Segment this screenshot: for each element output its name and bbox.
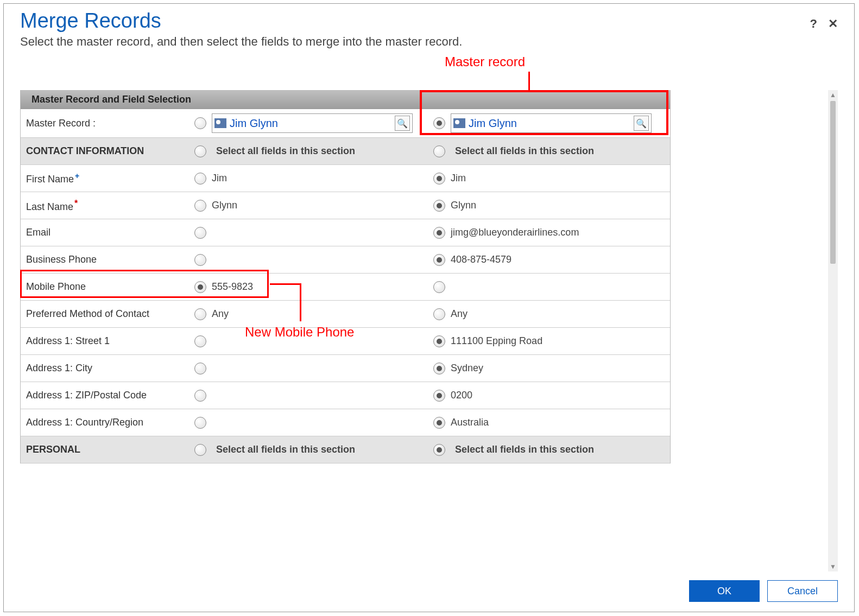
field-value-right: Any [428, 304, 667, 325]
close-icon[interactable]: ✕ [828, 17, 838, 31]
select-all-right-contact: Select all fields in this section [428, 141, 667, 162]
field-row: Mobile Phone555-9823 [21, 274, 670, 301]
field-radio-left[interactable] [194, 335, 206, 347]
ok-button[interactable]: OK [689, 580, 760, 602]
field-radio-left[interactable] [194, 417, 206, 429]
lookup-search-icon[interactable]: 🔍 [395, 116, 410, 131]
dialog-button-bar: OK Cancel [4, 571, 854, 612]
field-value-right: 408-875-4579 [428, 250, 667, 270]
field-label: Address 1: Country/Region [21, 412, 189, 433]
field-label: Mobile Phone [21, 277, 189, 297]
field-label: First Name+ [21, 167, 189, 189]
master-radio-right[interactable] [433, 117, 445, 129]
field-value-text: Glynn [451, 200, 476, 211]
annotation-master-record-label: Master record [445, 54, 525, 69]
field-label: Preferred Method of Contact [21, 304, 189, 324]
grid-scroll-area: Master Record and Field Selection Master… [20, 90, 838, 571]
master-record-right: Jim Glynn 🔍 [428, 109, 667, 137]
select-all-radio-right-personal[interactable] [433, 444, 445, 456]
field-radio-left[interactable] [194, 200, 206, 212]
vertical-scrollbar[interactable]: ▲ ▼ [828, 90, 838, 571]
lookup-left[interactable]: Jim Glynn 🔍 [212, 113, 413, 133]
field-radio-right[interactable] [433, 173, 445, 185]
field-label: Address 1: City [21, 358, 189, 378]
field-radio-right[interactable] [433, 308, 445, 320]
field-value-text: 555-9823 [212, 281, 253, 293]
field-row: Last Name*GlynnGlynn [21, 192, 670, 219]
select-all-radio-right-contact[interactable] [433, 145, 445, 157]
field-label: Address 1: ZIP/Postal Code [21, 385, 189, 405]
field-value-text: jimg@blueyonderairlines.com [451, 227, 579, 238]
field-row: Business Phone408-875-4579 [21, 246, 670, 274]
field-radio-right[interactable] [433, 417, 445, 429]
field-radio-left[interactable] [194, 173, 206, 185]
field-radio-left[interactable] [194, 390, 206, 402]
field-value-text: Any [212, 308, 229, 320]
section-contact-information: CONTACT INFORMATION Select all fields in… [21, 138, 670, 165]
merge-records-dialog: Merge Records ? ✕ Select the master reco… [3, 3, 855, 612]
dialog-header-icons: ? ✕ [810, 9, 838, 31]
field-value-right: Glynn [428, 195, 667, 216]
select-all-radio-left-contact[interactable] [194, 145, 206, 157]
field-value-left [189, 412, 428, 433]
field-value-text: 408-875-4579 [451, 254, 511, 265]
field-row: First Name+JimJim [21, 165, 670, 192]
field-radio-right[interactable] [433, 335, 445, 347]
field-radio-right[interactable] [433, 363, 445, 374]
field-row: Address 1: CitySydney [21, 355, 670, 382]
field-value-left [189, 223, 428, 243]
field-radio-left[interactable] [194, 227, 206, 239]
field-value-text: Jim [212, 173, 227, 184]
lookup-search-icon[interactable]: 🔍 [634, 116, 649, 131]
scrollbar-thumb[interactable] [830, 101, 836, 264]
select-all-label: Select all fields in this section [455, 444, 594, 455]
section-personal-label: PERSONAL [21, 440, 189, 460]
contact-entity-icon [453, 118, 465, 128]
field-radio-left[interactable] [194, 281, 206, 293]
field-value-text: Australia [451, 417, 489, 428]
select-all-label: Select all fields in this section [455, 145, 594, 157]
field-value-right: 111100 Epping Road [428, 331, 667, 352]
field-radio-right[interactable] [433, 281, 445, 293]
annotation-area-top: Master record [4, 52, 854, 90]
scroll-up-icon[interactable]: ▲ [829, 90, 837, 100]
section-contact-label: CONTACT INFORMATION [21, 141, 189, 161]
field-label: Last Name* [21, 194, 189, 217]
field-value-right: 0200 [428, 385, 667, 406]
field-value-left: Glynn [189, 195, 428, 216]
annotation-mobile-label: New Mobile Phone [245, 325, 354, 340]
field-row: Emailjimg@blueyonderairlines.com [21, 219, 670, 246]
field-label: Business Phone [21, 250, 189, 270]
field-value-text: Jim [451, 173, 466, 184]
field-value-right: Jim [428, 168, 667, 189]
field-label: Email [21, 223, 189, 243]
section-personal: PERSONAL Select all fields in this secti… [21, 436, 670, 463]
select-all-radio-left-personal[interactable] [194, 444, 206, 456]
field-value-text: Sydney [451, 363, 483, 374]
field-radio-right[interactable] [433, 200, 445, 212]
field-radio-right[interactable] [433, 227, 445, 239]
scroll-down-icon[interactable]: ▼ [829, 562, 837, 571]
field-radio-left[interactable] [194, 363, 206, 374]
field-radio-left[interactable] [194, 308, 206, 320]
field-radio-right[interactable] [433, 254, 445, 266]
lookup-right-name: Jim Glynn [469, 117, 630, 130]
field-radio-right[interactable] [433, 390, 445, 402]
field-label: Address 1: Street 1 [21, 331, 189, 351]
field-value-left [189, 358, 428, 379]
dialog-title: Merge Records [20, 9, 810, 33]
field-value-right: Sydney [428, 358, 667, 379]
field-value-text: 0200 [451, 390, 472, 401]
field-value-left: Jim [189, 168, 428, 189]
field-radio-left[interactable] [194, 254, 206, 266]
field-value-text: Any [451, 308, 468, 320]
dialog-subtitle: Select the master record, and then selec… [4, 35, 854, 49]
field-value-text: 111100 Epping Road [451, 335, 542, 347]
dialog-header: Merge Records ? ✕ [4, 4, 854, 33]
master-radio-left[interactable] [194, 117, 206, 129]
field-value-left: 555-9823 [189, 277, 428, 297]
field-value-right: Australia [428, 412, 667, 433]
cancel-button[interactable]: Cancel [767, 580, 838, 602]
help-icon[interactable]: ? [810, 17, 817, 31]
lookup-right[interactable]: Jim Glynn 🔍 [451, 113, 652, 133]
